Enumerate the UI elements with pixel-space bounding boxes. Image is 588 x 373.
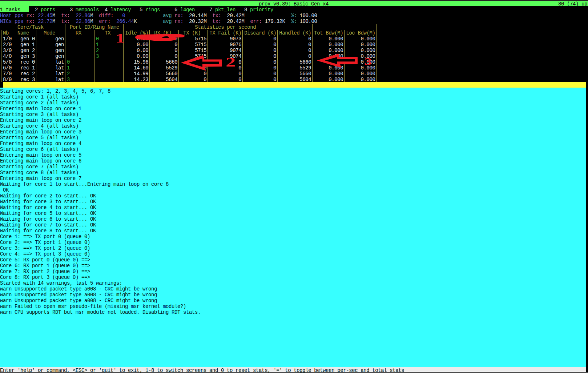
svg-text:2: 2 <box>226 55 235 69</box>
svg-text:3: 3 <box>365 55 371 68</box>
svg-text:1: 1 <box>116 31 125 45</box>
